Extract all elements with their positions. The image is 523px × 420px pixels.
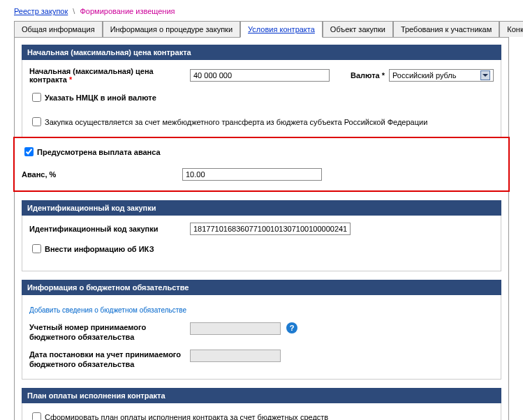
tab-requirements[interactable]: Требования к участникам xyxy=(393,21,499,37)
ikz-section-body: Идентификационный код закупки Внести инф… xyxy=(22,216,501,271)
price-input[interactable] xyxy=(190,69,330,82)
breadcrumb-sep: \ xyxy=(73,7,75,15)
price-label: Начальная (максимальная) цена контракта … xyxy=(29,67,190,84)
ikz-label: Идентификационный код закупки xyxy=(29,225,190,233)
breadcrumb-root-link[interactable]: Реестр закупок xyxy=(14,7,68,15)
advance-check-label: Предусмотрена выплата аванса xyxy=(37,148,161,156)
budget-section-body: Добавить сведения о бюджетном обязательс… xyxy=(22,295,501,380)
tab-general[interactable]: Общая информация xyxy=(14,21,103,37)
add-budget-link[interactable]: Добавить сведения о бюджетном обязательс… xyxy=(29,306,186,314)
advance-input[interactable] xyxy=(182,168,322,181)
advance-label: Аванс, % xyxy=(22,170,182,179)
price-section-header: Начальная (максимальная) цена контракта xyxy=(22,45,501,60)
budget-section-header: Информация о бюджетном обязательстве xyxy=(22,280,501,295)
transfer-label: Закупка осуществляется за счет межбюджет… xyxy=(45,118,427,126)
content: Начальная (максимальная) цена контракта … xyxy=(14,38,509,420)
currency-select[interactable]: Российский рубль xyxy=(389,69,494,82)
tab-contract-conditions[interactable]: Условия контракта xyxy=(240,21,323,38)
budget-date-label: Дата постановки на учет принимаемого бюд… xyxy=(29,350,190,370)
nmck-label: Указать НМЦК в иной валюте xyxy=(45,93,156,102)
nmck-checkbox[interactable] xyxy=(32,93,41,102)
ikz-input[interactable] xyxy=(190,223,351,235)
budget-date-input xyxy=(190,350,281,362)
breadcrumb-current: Формирование извещения xyxy=(80,7,175,15)
chevron-down-icon xyxy=(480,70,490,80)
ikz-info-label: Внести информацию об ИКЗ xyxy=(45,245,154,253)
currency-label: Валюта * xyxy=(351,71,385,80)
currency-value: Российский рубль xyxy=(392,71,457,80)
advance-highlight-box: Предусмотрена выплата аванса Аванс, % xyxy=(13,137,510,192)
payment-plan-label: Сформировать план оплаты исполнения конт… xyxy=(45,413,328,420)
advance-checkbox[interactable] xyxy=(24,147,34,156)
tab-bar: Общая информация Информация о процедуре … xyxy=(14,21,509,38)
tab-documentation[interactable]: Конкурсная документация xyxy=(499,21,523,37)
tab-procedure[interactable]: Информация о процедуре закупки xyxy=(103,21,240,37)
payment-section-body: Сформировать план оплаты исполнения конт… xyxy=(22,403,501,420)
transfer-checkbox[interactable] xyxy=(32,117,41,126)
tab-object[interactable]: Объект закупки xyxy=(323,21,393,37)
budget-regnum-input xyxy=(190,322,281,335)
ikz-info-checkbox[interactable] xyxy=(32,244,41,253)
payment-plan-checkbox[interactable] xyxy=(32,412,41,420)
ikz-section-header: Идентификационный код закупки xyxy=(22,200,501,216)
payment-section-header: План оплаты исполнения контракта xyxy=(22,388,501,403)
budget-regnum-label: Учетный номер принимаемого бюджетного об… xyxy=(29,322,190,343)
price-section-body: Начальная (максимальная) цена контракта … xyxy=(22,60,501,137)
breadcrumb: Реестр закупок \ Формирование извещения xyxy=(14,7,509,15)
help-icon[interactable]: ? xyxy=(286,322,297,333)
